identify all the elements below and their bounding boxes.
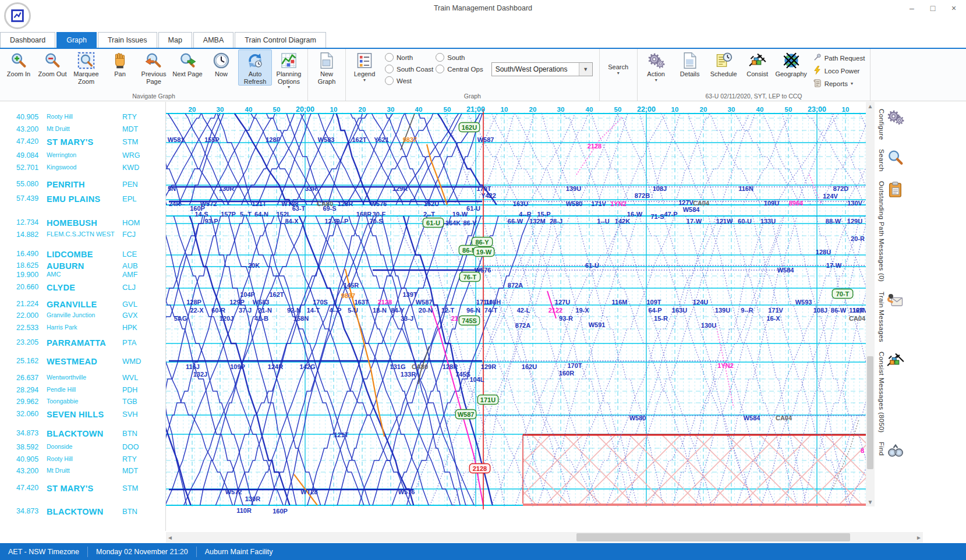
pan-button[interactable]: Pan — [103, 49, 137, 79]
chevron-down-icon: ▾ — [851, 81, 853, 86]
tab-graph[interactable]: Graph — [56, 32, 97, 48]
close-button[interactable]: × — [946, 1, 961, 15]
svg-text:30: 30 — [387, 106, 395, 113]
station-name: Rooty Hill — [47, 455, 73, 462]
svg-text:116M: 116M — [612, 299, 628, 306]
station-row-epl: 57.439EMU PLAINSEPL — [0, 194, 165, 205]
minimize-button[interactable]: – — [904, 1, 919, 15]
now-icon — [213, 52, 230, 69]
station-km: 23.205 — [16, 338, 38, 346]
radio-south[interactable]: South — [436, 53, 483, 62]
scroll-up-icon[interactable]: ▲ — [866, 103, 875, 109]
radio-south-coast[interactable]: South Coast — [385, 65, 433, 73]
sidebar-item-train-messages[interactable]: Train Messages — [878, 292, 966, 342]
svg-text:131G: 131G — [390, 363, 406, 370]
svg-text:872D: 872D — [833, 185, 848, 192]
svg-text:4--P: 4--P — [330, 307, 342, 314]
sidebar-item-search[interactable]: Search — [878, 149, 966, 172]
svg-text:33R: 33R — [305, 185, 317, 192]
search-button[interactable]: Search▾ — [601, 49, 635, 76]
button-label: New Graph — [311, 70, 342, 85]
horizontal-scrollbar[interactable]: ◄ ► — [166, 532, 923, 543]
svg-text:124V: 124V — [823, 193, 838, 200]
svg-text:108J: 108J — [653, 185, 667, 192]
station-km: 25.162 — [16, 357, 38, 365]
svg-text:127V: 127V — [678, 199, 693, 206]
radio-north[interactable]: North — [385, 53, 433, 62]
scroll-left-icon[interactable]: ◄ — [167, 534, 173, 541]
svg-text:W583: W583 — [253, 299, 270, 306]
previous-page-button[interactable]: Previous Page — [137, 49, 171, 86]
ribbon-group-label: Navigate Graph — [2, 92, 306, 101]
tab-amba[interactable]: AMBA — [193, 32, 233, 48]
path-request-button[interactable]: Path Request — [813, 53, 865, 63]
vertical-scroll-thumb[interactable] — [867, 356, 873, 469]
train-graph-panel[interactable]: 2030405020:00102030405021:00102030405022… — [166, 102, 866, 531]
operations-select[interactable]: South/West Operations▼ — [491, 62, 593, 76]
train-graph-canvas[interactable]: 2030405020:00102030405021:00102030405022… — [166, 102, 866, 531]
svg-text:W580: W580 — [566, 200, 583, 207]
svg-text:10: 10 — [842, 106, 850, 113]
sidebar-item-find[interactable]: Find — [878, 442, 966, 462]
station-km: 40.905 — [16, 113, 38, 121]
chevron-down-icon: ▾ — [655, 78, 657, 82]
auto-refresh-button[interactable]: Auto Refresh — [238, 49, 272, 86]
radio-label: South — [447, 54, 465, 61]
station-code: KWD — [122, 164, 139, 172]
geography-button[interactable]: Geography — [774, 49, 808, 79]
station-row-rty: 40.905Rooty HillRTY — [0, 113, 165, 123]
sidebar-item-outstanding-path-messages-0-[interactable]: Outstanding Path Messages (0) — [878, 181, 966, 282]
vertical-scrollbar[interactable]: ▲ ▼ — [866, 102, 875, 506]
sidebar-item-configure[interactable]: Configure — [878, 109, 966, 140]
zoom-out-button[interactable]: Zoom Out — [36, 49, 69, 79]
horizontal-scroll-thumb[interactable] — [576, 533, 850, 541]
station-row-mdt: 43.200Mt DruittMDT — [0, 467, 165, 477]
station-row-pta: 23.205PARRAMATTAPTA — [0, 338, 165, 349]
loco-power-button[interactable]: Loco Power — [813, 66, 865, 76]
sidebar-item-consist-messages-8050-[interactable]: Consist Messages (8050) — [878, 352, 966, 433]
tab-train-issues[interactable]: Train Issues — [98, 32, 157, 48]
app-icon[interactable] — [4, 2, 31, 29]
station-code: GVX — [122, 311, 137, 320]
svg-text:1--U: 1--U — [597, 218, 609, 225]
svg-text:745S: 745S — [462, 317, 477, 324]
reports-button[interactable]: Reports▾ — [813, 79, 865, 88]
radio-central-ops[interactable]: Central Ops — [436, 65, 483, 73]
svg-text:W576: W576 — [370, 200, 387, 207]
schedule-button[interactable]: Schedule — [707, 49, 741, 79]
station-row-doo: 38.592DoonsideDOO — [0, 443, 165, 453]
radio-west[interactable]: West — [385, 76, 433, 85]
station-km: 52.701 — [16, 164, 38, 172]
zoom-in-button[interactable]: Zoom In — [2, 49, 36, 79]
svg-text:170T: 170T — [476, 185, 491, 192]
details-button[interactable]: Details — [673, 49, 707, 79]
svg-text:50: 50 — [614, 106, 622, 113]
new-graph-button[interactable]: New Graph — [310, 49, 344, 86]
radio-label: South Coast — [397, 66, 433, 73]
tab-map[interactable]: Map — [158, 32, 192, 48]
tab-dashboard[interactable]: Dashboard — [0, 32, 55, 48]
station-code: WVL — [122, 374, 138, 382]
consist-button[interactable]: Consist — [741, 49, 774, 79]
station-code: STM — [122, 484, 138, 492]
action-button[interactable]: Action▾ — [639, 49, 673, 83]
now-button[interactable]: Now — [204, 49, 238, 79]
svg-text:116J: 116J — [186, 363, 200, 370]
maximize-button[interactable]: □ — [925, 1, 940, 15]
station-name: FLEM.C.S.JCTN WEST — [47, 231, 115, 238]
tab-train-control-diagram[interactable]: Train Control Diagram — [235, 32, 326, 48]
radio-circle-icon — [436, 65, 444, 73]
station-row-mdt: 43.200Mt DruittMDT — [0, 125, 165, 136]
station-name: LIDCOMBE — [47, 250, 93, 259]
station-km: 20.660 — [16, 283, 38, 291]
scroll-down-icon[interactable]: ▼ — [866, 499, 875, 505]
title-bar: Train Management Dashboard –□× — [0, 0, 966, 17]
planning-options-button[interactable]: Planning Options▾ — [272, 49, 306, 90]
scroll-right-icon[interactable]: ► — [916, 534, 922, 541]
station-row-pen: 55.080PENRITHPEN — [0, 180, 165, 190]
window-title: Train Management Dashboard — [0, 4, 966, 12]
legend-button[interactable]: Legend▾ — [348, 49, 381, 83]
marquee-zoom-button[interactable]: Marquee Zoom — [69, 49, 103, 86]
next-page-button[interactable]: Next Page — [171, 49, 204, 79]
chevron-down-icon: ▾ — [617, 71, 620, 75]
